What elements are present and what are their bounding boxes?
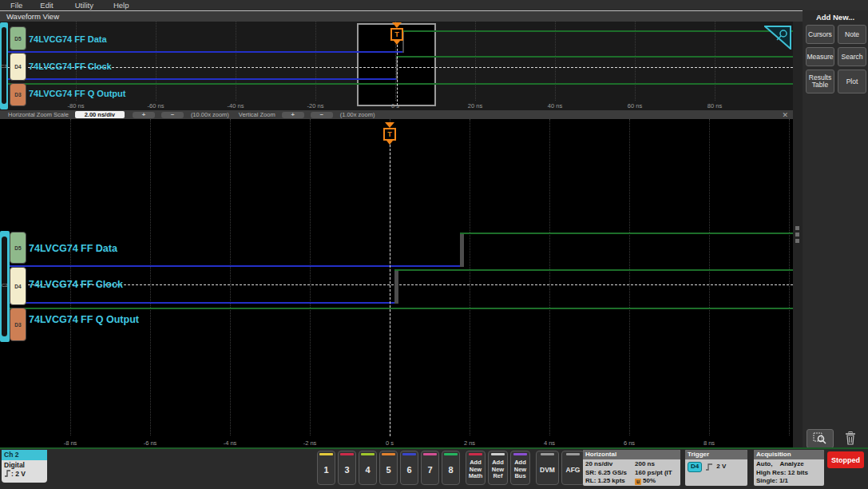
results-table-button[interactable]: Results Table [806,70,834,93]
add-new-buttons: Add New MathAdd New RefAdd New Bus [466,451,530,485]
overview-waveform-plot[interactable]: T C2 D5 D4 D3 74LVCG74 FF Data 74LVCG74 … [0,22,793,110]
add-new-ref-button[interactable]: Add New Ref [488,451,508,485]
search-button[interactable]: Search [838,47,866,66]
channel-5-button[interactable]: 5 [379,451,398,485]
afg-button[interactable]: AFG [561,451,585,485]
trigger-marker-zoom[interactable]: T [383,122,396,436]
v-zoom-minus-button[interactable]: − [311,112,333,118]
trigger-arrow-icon [392,22,402,28]
horizontal-panel[interactable]: Horizontal 20 ns/div 200 ns SR: 6.25 GS/… [583,450,680,486]
add-new-math-button[interactable]: Add New Math [466,451,486,485]
main-waveform-plot[interactable]: T C2 D5 D4 D3 74LVCG74 FF Data 74LVCG74 … [0,119,793,447]
badge-d5[interactable]: D5 [10,232,26,264]
plot-button[interactable]: Plot [838,70,866,93]
badge-d4[interactable]: D4 [10,53,26,81]
channel-label-data[interactable]: 74LVCG74 FF Data [29,243,117,254]
trigger-t-icon: T [390,28,403,41]
menu-bar: File Edit Utility Help [0,0,868,10]
gridline [475,22,476,101]
badge-d5[interactable]: D5 [10,26,26,50]
acq-analyze: Analyze [779,460,803,469]
badge-d4[interactable]: D4 [10,267,26,305]
button-label: 6 [406,455,411,484]
axis-tick: 40 ns [548,102,562,109]
button-label: DVM [540,455,555,484]
dvm-button[interactable]: DVM [536,451,559,485]
channel-2-badge[interactable]: Ch 2 Digital : 2 V [2,450,47,483]
axis-tick: -20 ns [307,102,324,109]
axis-tick: 2 ns [464,439,475,447]
splitter-dot [795,226,799,230]
channel-1-button[interactable]: 1 [317,451,335,485]
measure-button[interactable]: Measure [806,47,834,66]
menu-help[interactable]: Help [113,1,129,10]
gridline [549,119,550,435]
cursors-button[interactable]: Cursors [806,25,834,44]
d4-clock-threshold [8,284,793,285]
channel-label-clock[interactable]: 74LVCG74 FF Clock [29,279,123,290]
badge-d3[interactable]: D3 [10,83,26,106]
acquisition-title: Acquisition [754,450,824,459]
trigger-source-badge: D4 [688,462,702,472]
acquisition-panel[interactable]: Acquisition Auto, Analyze High Res: 12 b… [754,450,824,486]
v-zoom-plus-button[interactable]: + [282,112,304,118]
gridline [629,119,630,435]
axis-tick: 80 ns [707,102,722,109]
axis-tick: 6 ns [624,439,635,447]
h-zoom-minus-button[interactable]: − [161,112,184,118]
trigger-level: 2 V [716,463,726,471]
axis-tick: 8 ns [704,439,715,447]
gridline [635,22,636,101]
channel-8-button[interactable]: 8 [442,451,460,485]
rising-edge-icon [705,463,713,471]
h-zoom-scale-value[interactable]: 2.00 ns/div [75,111,125,118]
note-button[interactable]: Note [838,25,866,44]
channel-label-data[interactable]: 74LVCG74 FF Data [29,34,107,44]
zoom-corner-icon[interactable] [764,26,791,50]
channel-6-button[interactable]: 6 [400,451,418,485]
channel-3-button[interactable]: 3 [338,451,356,485]
h-scale: 20 ns/div [585,460,635,469]
add-new-bus-button[interactable]: Add New Bus [510,451,530,485]
gridline [789,119,790,435]
badge-d3[interactable]: D3 [10,308,26,341]
group-label: C2 [1,64,7,69]
axis-tick: -40 ns [228,102,244,109]
stopped-button[interactable]: Stopped [827,451,864,468]
gridline [315,22,316,101]
menu-utility[interactable]: Utility [75,1,93,10]
button-label: Add New Ref [489,455,507,484]
threshold-edge-icon [4,470,11,477]
ch2-name: Ch 2 [2,450,47,460]
channel-label-q-output[interactable]: 74LVCG74 FF Q Output [29,314,139,325]
trash-icon [845,431,856,445]
channel-7-button[interactable]: 7 [421,451,439,485]
d5-data-high [460,233,793,234]
gridline [715,22,715,101]
gridline [230,119,231,435]
zoom-close-icon[interactable]: ✕ [782,111,788,119]
zoom-tool-button[interactable] [807,429,834,448]
menu-edit[interactable]: Edit [40,1,53,10]
axis-tick: -4 ns [224,439,237,447]
channel-4-button[interactable]: 4 [359,451,377,485]
v-zoom-factor: (1.00x zoom) [340,111,375,118]
trigger-position-line [397,45,398,105]
panel-splitter[interactable] [793,22,803,447]
channel-label-clock[interactable]: 74LVCG74 FF Clock [29,62,112,71]
trigger-marker[interactable]: T [390,22,403,105]
ch2-type: Digital [4,461,45,470]
gridline [709,119,710,435]
magnifier-icon [813,432,827,445]
axis-tick: -6 ns [144,439,157,447]
trigger-panel[interactable]: Trigger D4 2 V [685,450,747,486]
h-window: 200 ns [635,460,678,469]
tab-waveform-view[interactable]: Waveform View [0,12,59,21]
channel-label-q-output[interactable]: 74LVCG74 FF Q Output [29,89,125,98]
trigger-position-line [390,145,390,436]
menu-file[interactable]: File [10,1,22,10]
h-zoom-plus-button[interactable]: + [133,112,155,118]
trigger-arrow-icon [385,122,394,128]
trash-button[interactable] [841,429,860,447]
gridline [236,22,236,101]
